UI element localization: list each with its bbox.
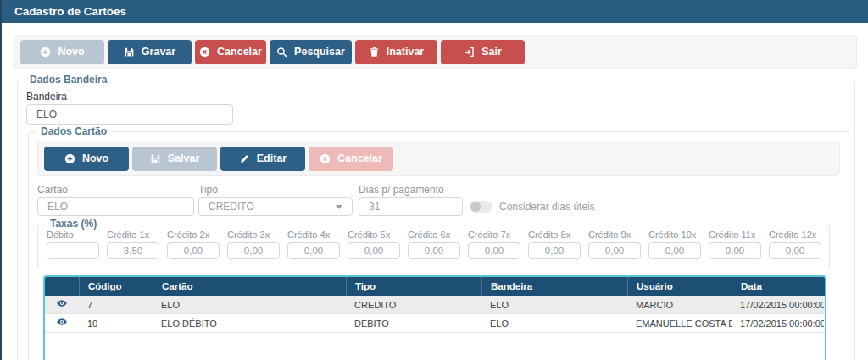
cell-usuario: EMANUELLE COSTA D...	[627, 314, 732, 332]
taxa-credito-3x-field: Crédito 3x	[227, 230, 280, 259]
taxas-section: Taxas (%) Débito Crédito 1x Crédito 2x	[37, 224, 830, 269]
x-circle-icon	[199, 47, 210, 58]
taxa-credito-6x-field: Crédito 6x	[408, 230, 460, 259]
cartao-editar-button[interactable]: Editar	[220, 147, 305, 171]
cartao-fields-row: Cartão Tipo CREDITO Dias p/ pagamento	[37, 182, 840, 216]
chevron-down-icon	[336, 205, 342, 209]
dados-cartao-section: Dados Cartão Novo Salvar Editar Cancelar	[28, 131, 849, 360]
cartao-label: Cartão	[37, 184, 194, 196]
taxa-credito-8x-field: Crédito 8x	[528, 230, 581, 259]
taxa-credito-4x-field: Crédito 4x	[287, 230, 340, 259]
grid-header-codigo: Código	[79, 277, 153, 296]
cell-codigo: 7	[79, 296, 153, 313]
taxa-credito-1x-input[interactable]	[107, 242, 159, 259]
taxa-credito-3x-input[interactable]	[227, 242, 280, 259]
dias-pagamento-field: Dias p/ pagamento	[359, 182, 463, 216]
cartao-cancelar-button: Cancelar	[309, 147, 393, 171]
view-row-button[interactable]	[56, 316, 68, 330]
view-row-button[interactable]	[56, 297, 68, 312]
cell-data: 17/02/2015 00:00:00	[732, 314, 824, 332]
tipo-label: Tipo	[198, 184, 353, 196]
tipo-field: Tipo CREDITO	[198, 182, 353, 216]
taxa-credito-6x-input[interactable]	[408, 242, 460, 259]
cartao-input[interactable]	[37, 197, 194, 216]
taxas-legend: Taxas (%)	[46, 218, 101, 230]
cartao-field: Cartão	[37, 182, 194, 216]
novo-button: Novo	[20, 40, 104, 64]
taxa-credito-12x-field: Crédito 12x	[769, 230, 821, 259]
dias-pagamento-input[interactable]	[359, 197, 463, 216]
search-icon	[276, 47, 287, 58]
plus-circle-icon	[40, 47, 51, 58]
dias-uteis-toggle-group: Considerar dias úteis	[470, 201, 595, 213]
grid-header: Código Cartão Tipo Bandeira Usuário Data	[45, 277, 825, 296]
taxa-credito-11x-field: Crédito 11x	[709, 230, 761, 259]
taxa-credito-1x-field: Crédito 1x	[107, 230, 159, 259]
tipo-select[interactable]: CREDITO	[198, 197, 353, 216]
taxas-row: Débito Crédito 1x Crédito 2x Crédito 3x	[47, 230, 821, 259]
dados-cartao-legend: Dados Cartão	[36, 125, 111, 137]
taxa-credito-5x-field: Crédito 5x	[348, 230, 400, 259]
taxa-debito-field: Débito	[47, 230, 99, 259]
cartao-salvar-button: Salvar	[132, 147, 217, 171]
taxa-credito-4x-input[interactable]	[287, 242, 340, 259]
grid-header-tipo: Tipo	[346, 277, 481, 296]
trash-icon	[369, 47, 380, 58]
cartao-toolbar: Novo Salvar Editar Cancelar	[37, 141, 840, 176]
plus-circle-icon	[64, 153, 75, 164]
grid-header-data: Data	[732, 277, 824, 296]
taxa-credito-10x-input[interactable]	[648, 242, 701, 259]
inativar-button[interactable]: Inativar	[355, 40, 437, 64]
toggle-knob	[470, 202, 481, 212]
pencil-icon	[239, 153, 250, 164]
grid-header-usuario: Usuário	[627, 277, 732, 296]
taxa-credito-12x-input[interactable]	[769, 242, 821, 259]
bandeira-input[interactable]	[26, 104, 233, 125]
taxa-credito-2x-field: Crédito 2x	[167, 230, 220, 259]
cell-tipo: CREDITO	[346, 296, 481, 313]
eye-icon	[56, 316, 68, 330]
dados-bandeira-legend: Dados Bandeira	[25, 74, 111, 86]
grid-header-cartao: Cartão	[153, 277, 346, 296]
save-icon	[124, 47, 135, 58]
cell-bandeira: ELO	[481, 296, 627, 313]
taxa-credito-7x-input[interactable]	[468, 242, 520, 259]
taxa-debito-input[interactable]	[47, 242, 99, 259]
table-row[interactable]: 7 ELO CREDITO ELO MARCIO 17/02/2015 00:0…	[45, 296, 825, 314]
taxa-credito-8x-input[interactable]	[528, 242, 581, 259]
taxa-credito-11x-input[interactable]	[709, 242, 761, 259]
cadastro-cartoes-window: Cadastro de Cartões Novo Gravar Cancelar…	[0, 0, 868, 360]
grid-header-icon-col	[45, 277, 79, 296]
considerar-dias-uteis-toggle[interactable]	[470, 201, 492, 213]
cards-grid: Código Cartão Tipo Bandeira Usuário Data…	[43, 275, 826, 360]
taxa-credito-10x-field: Crédito 10x	[648, 230, 701, 259]
cell-bandeira: ELO	[481, 314, 627, 332]
bandeira-field: Bandeira	[26, 91, 846, 125]
taxa-credito-5x-input[interactable]	[348, 242, 400, 259]
gravar-button[interactable]: Gravar	[108, 40, 192, 64]
cell-tipo: DEBITO	[346, 314, 481, 332]
taxa-credito-9x-input[interactable]	[588, 242, 641, 259]
dias-pagamento-label: Dias p/ pagamento	[359, 184, 463, 196]
table-row[interactable]: 10 ELO DÉBITO DEBITO ELO EMANUELLE COSTA…	[45, 314, 825, 333]
tipo-selected-value: CREDITO	[209, 201, 254, 213]
save-icon	[150, 153, 161, 164]
taxa-credito-7x-field: Crédito 7x	[468, 230, 520, 259]
taxa-credito-9x-field: Crédito 9x	[588, 230, 641, 259]
bandeira-label: Bandeira	[26, 91, 846, 102]
cartao-novo-button[interactable]: Novo	[44, 147, 129, 171]
sair-button[interactable]: Sair	[441, 40, 525, 64]
considerar-dias-uteis-label: Considerar dias úteis	[499, 201, 595, 213]
cell-usuario: MARCIO	[627, 296, 732, 313]
cancelar-button[interactable]: Cancelar	[195, 40, 266, 64]
pesquisar-button[interactable]: Pesquisar	[270, 40, 352, 64]
cell-cartao: ELO	[153, 296, 346, 313]
main-toolbar: Novo Gravar Cancelar Pesquisar Inativar …	[14, 35, 857, 69]
taxa-credito-2x-input[interactable]	[167, 242, 220, 259]
page-title: Cadastro de Cartões	[14, 5, 126, 18]
cell-codigo: 10	[79, 314, 153, 332]
exit-icon	[464, 47, 475, 58]
cell-data: 17/02/2015 00:00:00	[732, 296, 824, 313]
dados-bandeira-section: Dados Bandeira Bandeira Dados Cartão Nov…	[17, 80, 855, 360]
grid-header-bandeira: Bandeira	[481, 277, 627, 296]
